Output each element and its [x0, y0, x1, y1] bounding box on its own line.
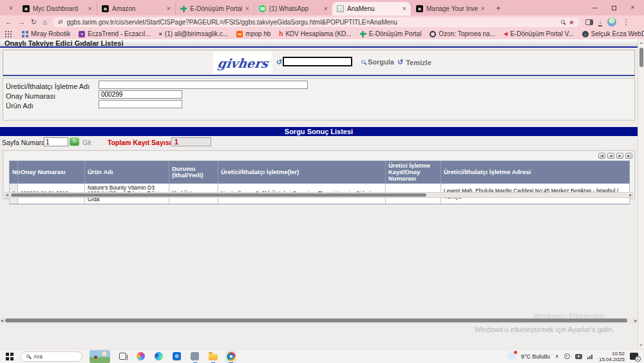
scroll-up-icon[interactable] — [639, 41, 643, 45]
new-tab-button[interactable]: + — [489, 3, 507, 13]
zoom-icon[interactable] — [561, 20, 565, 24]
next-page-icon[interactable] — [616, 153, 623, 159]
page-vertical-scrollbar[interactable] — [638, 39, 644, 349]
date-text: 15.04.2025 — [599, 357, 625, 362]
tab-close-icon[interactable]: × — [324, 5, 328, 12]
profile-avatar[interactable] — [607, 17, 616, 26]
widgets-weather-image[interactable] — [90, 350, 110, 363]
bookmark-mpop-hb[interactable]: mpop hb — [236, 30, 270, 37]
tab-close-icon[interactable]: × — [167, 5, 171, 12]
tab-whatsapp[interactable]: (1) WhatsApp × — [254, 2, 332, 15]
close-button[interactable]: × — [630, 5, 634, 11]
tray-expand-icon[interactable] — [555, 353, 559, 359]
quick-search-input[interactable] — [283, 57, 352, 66]
camera-tray-icon[interactable] — [575, 354, 582, 359]
minimize-button[interactable]: — — [591, 5, 598, 11]
tab-label: E-Dönüşüm Portal — [190, 5, 242, 12]
weather-text[interactable]: 9°C Bulutlu — [521, 353, 550, 360]
tab-close-icon[interactable]: × — [88, 5, 92, 12]
downloads-icon[interactable] — [599, 19, 602, 25]
givhers-logo: givhers — [216, 56, 269, 70]
notification-button[interactable]: 1 — [630, 353, 638, 360]
url-text[interactable]: ggbs.tarim.gov.tr/cis/servlet/StartCISPa… — [66, 19, 556, 26]
bookmark-edonusum-portal[interactable]: E-Dönüşüm Portal — [360, 30, 422, 37]
table-horizontal-scrollbar[interactable] — [5, 192, 633, 198]
start-button[interactable] — [6, 353, 14, 360]
tab-anamenu-active[interactable]: AnaMenu × — [332, 2, 411, 15]
file-explorer-button[interactable] — [207, 350, 218, 363]
bookmark-selcuk-ecza[interactable]: Selçuk Ecza WebDe... — [582, 30, 644, 37]
task-view-button[interactable] — [117, 350, 128, 363]
field-label-onay: Onay Numarası — [6, 92, 55, 100]
forward-icon[interactable] — [18, 19, 25, 26]
page-number-input[interactable] — [44, 137, 68, 146]
eczatrend-icon — [79, 31, 85, 37]
bookmark-eczatrend[interactable]: EczaTrend - Eczacıl... — [79, 30, 150, 37]
git-icon[interactable] — [70, 137, 79, 146]
tab-manage-inventory[interactable]: Manage Your Inventory × — [411, 2, 489, 15]
tab-search-chevron-icon[interactable]: ∨ — [4, 5, 18, 11]
tab-close-icon[interactable]: × — [481, 5, 485, 12]
bookmark-kdv-hesaplama[interactable]: KDV Hesaplama (KD... — [279, 30, 351, 37]
tab-close-icon[interactable]: × — [402, 5, 406, 12]
scroll-left-icon[interactable] — [6, 193, 8, 197]
field-label-isletme: Üretici/İthalatçı İşletme Adı — [6, 83, 90, 90]
bookmark-miray-robotik[interactable]: Miray Robotik — [22, 30, 70, 37]
edge-icon — [155, 352, 163, 360]
home-icon[interactable] — [43, 19, 47, 26]
restore-button[interactable] — [612, 6, 616, 10]
tab-close-icon[interactable]: × — [245, 5, 249, 12]
scroll-left-icon[interactable] — [1, 319, 3, 323]
total-count-label: Toplam Kayıt Sayısı : — [108, 139, 175, 146]
sorgula-button[interactable]: Sorgula — [361, 58, 394, 66]
bookmark-label: E-Dönüşüm Portal V... — [510, 30, 574, 37]
bookmark-star-icon[interactable] — [569, 19, 574, 26]
address-bar[interactable]: ggbs.tarim.gov.tr/cis/servlet/StartCISPa… — [53, 17, 580, 27]
green-cross-icon — [180, 6, 187, 12]
scroll-right-icon[interactable] — [634, 319, 637, 323]
browser-menu-icon[interactable] — [622, 18, 629, 26]
prev-page-icon[interactable] — [607, 153, 614, 159]
amazon-icon — [23, 5, 30, 12]
last-page-icon[interactable] — [625, 153, 632, 159]
chrome-button[interactable] — [225, 350, 236, 363]
isletme-adi-input[interactable] — [99, 81, 308, 89]
weather-cloud-icon[interactable] — [507, 353, 516, 359]
scrollbar-thumb[interactable] — [5, 319, 627, 322]
bookmark-ozon-1[interactable]: Ozon: Toproea na... — [430, 30, 495, 37]
tab-edonusum-portal[interactable]: E-Dönüşüm Portal × — [175, 2, 254, 15]
first-page-icon[interactable] — [598, 153, 605, 159]
page-horizontal-scrollbar[interactable] — [0, 318, 638, 324]
side-panel-icon[interactable] — [585, 19, 593, 25]
bookmark-edonusum-v[interactable]: E-Dönüşüm Portal V... — [504, 30, 574, 37]
copilot-button[interactable] — [135, 350, 146, 363]
back-icon[interactable] — [5, 19, 12, 26]
copilot-icon — [137, 352, 145, 360]
security-tray-icon[interactable] — [564, 353, 570, 359]
scrollbar-thumb[interactable] — [11, 193, 426, 197]
network-tray-icon[interactable] — [587, 354, 594, 359]
outlook-button[interactable] — [171, 350, 182, 363]
reset-small-icon[interactable] — [276, 58, 282, 66]
scroll-down-icon[interactable] — [639, 343, 643, 348]
onay-numarasi-input[interactable] — [99, 90, 182, 99]
tab-amazon[interactable]: Amazon × — [97, 2, 175, 15]
site-settings-icon[interactable] — [58, 19, 63, 25]
amazon-icon — [102, 5, 109, 12]
browser-toolbar: ggbs.tarim.gov.tr/cis/servlet/StartCISPa… — [0, 15, 644, 28]
pinned-app-button[interactable] — [189, 350, 200, 363]
scrollbar-thumb[interactable] — [639, 48, 643, 67]
reload-icon[interactable] — [31, 19, 37, 26]
scroll-right-icon[interactable] — [629, 193, 632, 197]
tab-myc-dashboard[interactable]: Myc Dashboard × — [18, 2, 97, 15]
results-panel: No Onay Numarası Ürün Adı Durumu (İthal/… — [3, 150, 635, 199]
urun-adi-input[interactable] — [99, 100, 182, 108]
git-button[interactable]: Git — [82, 139, 91, 146]
temizle-button[interactable]: Temizle — [397, 58, 431, 66]
edge-button[interactable] — [153, 350, 164, 363]
taskbar-search[interactable]: Ara — [21, 351, 82, 362]
red-triangle-icon — [504, 31, 507, 37]
page-content: Onaylı Takviye Edici Gıdalar Listesi giv… — [0, 39, 644, 349]
bookmark-birimsaglik[interactable]: (1) ali@birimsaglik.c... — [159, 30, 229, 37]
clock[interactable]: 10:52 15.04.2025 — [599, 351, 625, 362]
